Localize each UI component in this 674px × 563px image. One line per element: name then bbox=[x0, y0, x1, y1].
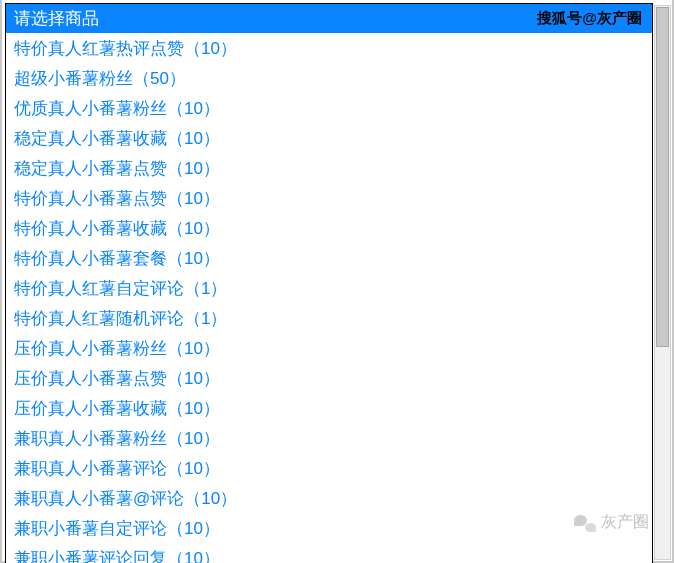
dropdown-placeholder: 请选择商品 bbox=[14, 7, 99, 30]
option-item[interactable]: 兼职真人小番薯粉丝（10） bbox=[6, 423, 652, 453]
option-item[interactable]: 兼职小番薯自定评论（10） bbox=[6, 513, 652, 543]
scrollbar-thumb[interactable] bbox=[656, 7, 669, 347]
option-item[interactable]: 压价真人小番薯收藏（10） bbox=[6, 393, 652, 423]
option-item[interactable]: 超级小番薯粉丝（50） bbox=[6, 63, 652, 93]
watermark-bottom: 灰产圈 bbox=[574, 512, 649, 533]
option-item[interactable]: 压价真人小番薯点赞（10） bbox=[6, 363, 652, 393]
option-item[interactable]: 压价真人小番薯粉丝（10） bbox=[6, 333, 652, 363]
scrollbar-track[interactable] bbox=[654, 5, 671, 560]
option-item[interactable]: 特价真人小番薯点赞（10） bbox=[6, 183, 652, 213]
watermark-bottom-text: 灰产圈 bbox=[601, 512, 649, 533]
option-item[interactable]: 特价真人小番薯套餐（10） bbox=[6, 243, 652, 273]
option-item[interactable]: 兼职真人小番薯评论（10） bbox=[6, 453, 652, 483]
options-list: 特价真人红薯热评点赞（10） 超级小番薯粉丝（50） 优质真人小番薯粉丝（10）… bbox=[6, 33, 652, 563]
option-item[interactable]: 兼职小番薯评论回复（10） bbox=[6, 543, 652, 563]
option-item[interactable]: 优质真人小番薯粉丝（10） bbox=[6, 93, 652, 123]
option-item[interactable]: 特价真人小番薯收藏（10） bbox=[6, 213, 652, 243]
dropdown-header[interactable]: 请选择商品 搜狐号@灰产圈 bbox=[6, 4, 652, 33]
product-dropdown[interactable]: 请选择商品 搜狐号@灰产圈 特价真人红薯热评点赞（10） 超级小番薯粉丝（50）… bbox=[5, 3, 653, 563]
option-item[interactable]: 稳定真人小番薯点赞（10） bbox=[6, 153, 652, 183]
option-item[interactable]: 稳定真人小番薯收藏（10） bbox=[6, 123, 652, 153]
watermark-top: 搜狐号@灰产圈 bbox=[535, 9, 644, 28]
option-item[interactable]: 特价真人红薯自定评论（1） bbox=[6, 273, 652, 303]
option-item[interactable]: 兼职真人小番薯@评论（10） bbox=[6, 483, 652, 513]
wechat-icon bbox=[574, 514, 596, 532]
option-item[interactable]: 特价真人红薯随机评论（1） bbox=[6, 303, 652, 333]
option-item[interactable]: 特价真人红薯热评点赞（10） bbox=[6, 33, 652, 63]
